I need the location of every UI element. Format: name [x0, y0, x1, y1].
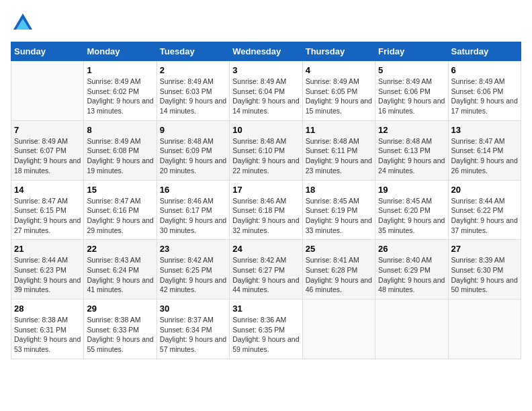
- day-info: Sunrise: 8:47 AMSunset: 6:14 PMDaylight:…: [451, 136, 518, 176]
- day-header-thursday: Thursday: [302, 42, 375, 61]
- day-header-wednesday: Wednesday: [230, 42, 302, 61]
- calendar-week-row: 28Sunrise: 8:38 AMSunset: 6:31 PMDayligh…: [11, 300, 521, 359]
- calendar-cell: 6Sunrise: 8:49 AMSunset: 6:06 PMDaylight…: [448, 61, 521, 121]
- day-number: 8: [87, 125, 153, 135]
- calendar-cell: 1Sunrise: 8:49 AMSunset: 6:02 PMDaylight…: [84, 61, 157, 121]
- day-number: 27: [451, 244, 518, 254]
- calendar-cell: [448, 300, 521, 359]
- calendar-week-row: 21Sunrise: 8:44 AMSunset: 6:23 PMDayligh…: [11, 240, 521, 300]
- calendar-cell: 13Sunrise: 8:47 AMSunset: 6:14 PMDayligh…: [448, 120, 521, 180]
- day-info: Sunrise: 8:46 AMSunset: 6:18 PMDaylight:…: [232, 196, 299, 236]
- day-info: Sunrise: 8:45 AMSunset: 6:19 PMDaylight:…: [306, 196, 372, 236]
- day-number: 28: [14, 304, 81, 314]
- calendar-cell: 11Sunrise: 8:48 AMSunset: 6:11 PMDayligh…: [302, 120, 375, 180]
- day-number: 3: [232, 65, 299, 75]
- calendar-cell: 5Sunrise: 8:49 AMSunset: 6:06 PMDaylight…: [375, 61, 448, 121]
- day-number: 16: [160, 185, 226, 195]
- day-number: 2: [160, 65, 226, 75]
- day-number: 10: [232, 125, 299, 135]
- day-info: Sunrise: 8:36 AMSunset: 6:35 PMDaylight:…: [232, 315, 299, 355]
- day-number: 17: [232, 185, 299, 195]
- header: [11, 11, 521, 35]
- day-info: Sunrise: 8:48 AMSunset: 6:09 PMDaylight:…: [160, 136, 226, 176]
- day-info: Sunrise: 8:49 AMSunset: 6:06 PMDaylight:…: [378, 77, 445, 116]
- calendar-cell: 4Sunrise: 8:49 AMSunset: 6:05 PMDaylight…: [302, 61, 375, 121]
- calendar-cell: 9Sunrise: 8:48 AMSunset: 6:09 PMDaylight…: [157, 120, 229, 180]
- day-number: 25: [306, 244, 372, 254]
- day-number: 26: [378, 244, 445, 254]
- calendar-cell: 22Sunrise: 8:43 AMSunset: 6:24 PMDayligh…: [84, 240, 157, 300]
- day-info: Sunrise: 8:37 AMSunset: 6:34 PMDaylight:…: [160, 315, 226, 355]
- day-number: 5: [378, 65, 445, 75]
- calendar-cell: 7Sunrise: 8:49 AMSunset: 6:07 PMDaylight…: [11, 120, 84, 180]
- calendar-table: SundayMondayTuesdayWednesdayThursdayFrid…: [11, 42, 521, 359]
- calendar-cell: 24Sunrise: 8:42 AMSunset: 6:27 PMDayligh…: [230, 240, 302, 300]
- calendar-cell: 16Sunrise: 8:46 AMSunset: 6:17 PMDayligh…: [157, 180, 229, 240]
- day-info: Sunrise: 8:49 AMSunset: 6:06 PMDaylight:…: [451, 77, 518, 116]
- day-info: Sunrise: 8:41 AMSunset: 6:28 PMDaylight:…: [306, 255, 372, 295]
- day-number: 31: [232, 304, 299, 314]
- day-number: 14: [14, 185, 81, 195]
- day-info: Sunrise: 8:49 AMSunset: 6:02 PMDaylight:…: [87, 77, 153, 116]
- day-info: Sunrise: 8:49 AMSunset: 6:05 PMDaylight:…: [306, 77, 372, 116]
- day-number: 23: [160, 244, 226, 254]
- calendar-cell: 19Sunrise: 8:45 AMSunset: 6:20 PMDayligh…: [375, 180, 448, 240]
- day-info: Sunrise: 8:40 AMSunset: 6:29 PMDaylight:…: [378, 255, 445, 295]
- day-info: Sunrise: 8:46 AMSunset: 6:17 PMDaylight:…: [160, 196, 226, 236]
- day-number: 4: [306, 65, 372, 75]
- day-number: 9: [160, 125, 226, 135]
- calendar-cell: 30Sunrise: 8:37 AMSunset: 6:34 PMDayligh…: [157, 300, 229, 359]
- day-info: Sunrise: 8:49 AMSunset: 6:07 PMDaylight:…: [14, 136, 81, 176]
- day-info: Sunrise: 8:48 AMSunset: 6:13 PMDaylight:…: [378, 136, 445, 176]
- day-number: 18: [306, 185, 372, 195]
- day-number: 19: [378, 185, 445, 195]
- logo-icon: [11, 11, 35, 35]
- day-info: Sunrise: 8:44 AMSunset: 6:23 PMDaylight:…: [14, 255, 81, 295]
- calendar-cell: 8Sunrise: 8:49 AMSunset: 6:08 PMDaylight…: [84, 120, 157, 180]
- day-number: 11: [306, 125, 372, 135]
- calendar-week-row: 7Sunrise: 8:49 AMSunset: 6:07 PMDaylight…: [11, 120, 521, 180]
- calendar-cell: 21Sunrise: 8:44 AMSunset: 6:23 PMDayligh…: [11, 240, 84, 300]
- day-number: 24: [232, 244, 299, 254]
- day-number: 15: [87, 185, 153, 195]
- day-info: Sunrise: 8:49 AMSunset: 6:08 PMDaylight:…: [87, 136, 153, 176]
- day-header-tuesday: Tuesday: [157, 42, 229, 61]
- calendar-cell: 12Sunrise: 8:48 AMSunset: 6:13 PMDayligh…: [375, 120, 448, 180]
- day-info: Sunrise: 8:47 AMSunset: 6:16 PMDaylight:…: [87, 196, 153, 236]
- calendar-cell: 15Sunrise: 8:47 AMSunset: 6:16 PMDayligh…: [84, 180, 157, 240]
- calendar-cell: 28Sunrise: 8:38 AMSunset: 6:31 PMDayligh…: [11, 300, 84, 359]
- day-number: 7: [14, 125, 81, 135]
- calendar-cell: 23Sunrise: 8:42 AMSunset: 6:25 PMDayligh…: [157, 240, 229, 300]
- day-info: Sunrise: 8:47 AMSunset: 6:15 PMDaylight:…: [14, 196, 81, 236]
- calendar-cell: 2Sunrise: 8:49 AMSunset: 6:03 PMDaylight…: [157, 61, 229, 121]
- day-header-saturday: Saturday: [448, 42, 521, 61]
- calendar-cell: 3Sunrise: 8:49 AMSunset: 6:04 PMDaylight…: [230, 61, 302, 121]
- calendar-cell: 10Sunrise: 8:48 AMSunset: 6:10 PMDayligh…: [230, 120, 302, 180]
- calendar-cell: [302, 300, 375, 359]
- calendar-body: 1Sunrise: 8:49 AMSunset: 6:02 PMDaylight…: [11, 61, 521, 359]
- day-number: 1: [87, 65, 153, 75]
- calendar-cell: 18Sunrise: 8:45 AMSunset: 6:19 PMDayligh…: [302, 180, 375, 240]
- calendar-header-row: SundayMondayTuesdayWednesdayThursdayFrid…: [11, 42, 521, 61]
- day-info: Sunrise: 8:38 AMSunset: 6:31 PMDaylight:…: [14, 315, 81, 355]
- day-header-friday: Friday: [375, 42, 448, 61]
- day-number: 22: [87, 244, 153, 254]
- day-number: 21: [14, 244, 81, 254]
- day-header-sunday: Sunday: [11, 42, 84, 61]
- calendar-cell: 25Sunrise: 8:41 AMSunset: 6:28 PMDayligh…: [302, 240, 375, 300]
- day-info: Sunrise: 8:48 AMSunset: 6:10 PMDaylight:…: [232, 136, 299, 176]
- day-info: Sunrise: 8:44 AMSunset: 6:22 PMDaylight:…: [451, 196, 518, 236]
- day-number: 30: [160, 304, 226, 314]
- calendar-cell: 17Sunrise: 8:46 AMSunset: 6:18 PMDayligh…: [230, 180, 302, 240]
- day-info: Sunrise: 8:49 AMSunset: 6:04 PMDaylight:…: [232, 77, 299, 116]
- calendar-cell: 29Sunrise: 8:38 AMSunset: 6:33 PMDayligh…: [84, 300, 157, 359]
- calendar-cell: 31Sunrise: 8:36 AMSunset: 6:35 PMDayligh…: [230, 300, 302, 359]
- calendar-cell: [11, 61, 84, 121]
- calendar-cell: [375, 300, 448, 359]
- day-number: 12: [378, 125, 445, 135]
- calendar-week-row: 14Sunrise: 8:47 AMSunset: 6:15 PMDayligh…: [11, 180, 521, 240]
- day-info: Sunrise: 8:42 AMSunset: 6:25 PMDaylight:…: [160, 255, 226, 295]
- day-info: Sunrise: 8:39 AMSunset: 6:30 PMDaylight:…: [451, 255, 518, 295]
- calendar-cell: 27Sunrise: 8:39 AMSunset: 6:30 PMDayligh…: [448, 240, 521, 300]
- day-number: 13: [451, 125, 518, 135]
